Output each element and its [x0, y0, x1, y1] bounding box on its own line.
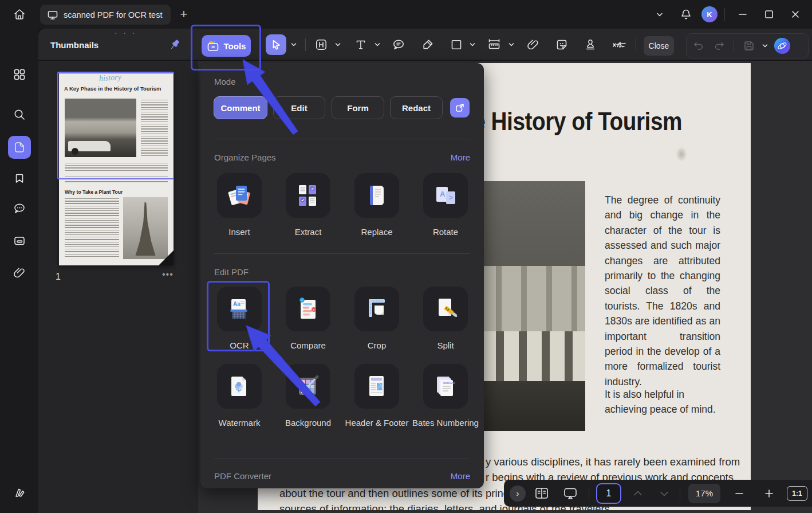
titlebar: scanned PDF for OCR test + K: [0, 0, 812, 29]
chevron-down-icon[interactable]: [334, 41, 341, 48]
paperclip-icon[interactable]: [523, 34, 543, 55]
expand-icon[interactable]: ›: [510, 485, 526, 502]
divider: [680, 487, 680, 500]
pages-icon[interactable]: [8, 229, 31, 252]
shape-square-icon[interactable]: [446, 34, 467, 55]
thumbnails-page-icon[interactable]: [8, 136, 31, 159]
status-bar: › 17% 1:1: [504, 480, 812, 507]
mode-redact-button[interactable]: Redact: [390, 96, 443, 119]
thumb-text-column: [65, 198, 119, 257]
stamp-icon[interactable]: [580, 34, 601, 55]
undo-icon[interactable]: [692, 39, 706, 53]
page-down-icon[interactable]: [658, 487, 671, 500]
divider: [214, 459, 470, 459]
tools-folder-icon: [207, 40, 220, 52]
zoom-level[interactable]: 17%: [688, 484, 720, 503]
chevron-down-icon[interactable]: [508, 41, 515, 48]
zoom-in-icon[interactable]: [763, 487, 775, 500]
signature-icon[interactable]: [608, 34, 633, 55]
redo-icon[interactable]: [712, 39, 726, 53]
select-cursor-icon[interactable]: [266, 34, 286, 55]
background-label: Background: [274, 417, 342, 428]
close-tools-button[interactable]: Close: [644, 36, 674, 56]
thumbnails-panel: history A Key Phase in the History of To…: [38, 61, 198, 513]
actual-size-button[interactable]: 1:1: [787, 486, 807, 501]
bell-icon[interactable]: [675, 4, 697, 25]
document-column-text-2: It is also helpful in achieving peace of…: [605, 387, 720, 417]
save-icon[interactable]: [742, 39, 756, 53]
panel-resize-dots[interactable]: · · ·: [108, 29, 143, 37]
minimize-button[interactable]: [732, 4, 754, 25]
add-tab-button[interactable]: +: [176, 7, 191, 22]
insert-tool[interactable]: [217, 173, 262, 218]
search-icon[interactable]: [8, 103, 31, 126]
zoom-out-icon[interactable]: [733, 487, 746, 500]
watermark-label: Watermark: [205, 417, 274, 428]
comments-icon[interactable]: [8, 197, 31, 220]
main-toolbar: · · · Thumbnails Tools: [38, 29, 812, 60]
ocr-label: OCR: [205, 340, 274, 351]
chevron-down-icon[interactable]: [649, 4, 671, 25]
split-tool[interactable]: [423, 287, 468, 331]
bookmark-icon[interactable]: [8, 167, 31, 190]
extract-tool[interactable]: [286, 173, 330, 218]
maximize-button[interactable]: [758, 4, 780, 25]
two-page-view-icon[interactable]: [534, 486, 550, 501]
presentation-icon[interactable]: [562, 486, 578, 501]
sticker-icon[interactable]: [551, 34, 572, 55]
comment-bubble-icon[interactable]: [388, 34, 409, 55]
divider: [214, 253, 470, 254]
background-tool[interactable]: [286, 364, 330, 409]
page-up-icon[interactable]: [632, 487, 644, 500]
svg-text:+: +: [301, 298, 303, 302]
rotate-tool[interactable]: A>: [423, 173, 468, 218]
crop-tool[interactable]: [354, 287, 399, 331]
chevron-down-icon[interactable]: [762, 42, 768, 49]
thumb-title: A Key Phase in the History of Tourism: [64, 85, 161, 92]
titlebar-right: K: [649, 0, 812, 29]
ocr-tool[interactable]: Aa: [217, 287, 262, 331]
open-in-new-window-icon[interactable]: [450, 98, 470, 118]
divider: [734, 40, 734, 52]
attachment-icon[interactable]: [8, 261, 31, 284]
compare-tool[interactable]: +x: [286, 287, 330, 331]
organize-section-label: Organize Pages: [214, 152, 276, 162]
reading-mode-icon[interactable]: [8, 481, 31, 504]
home-button[interactable]: [9, 6, 30, 23]
mode-form-button[interactable]: Form: [332, 96, 384, 119]
measure-ruler-icon[interactable]: [484, 34, 504, 55]
avatar[interactable]: K: [701, 6, 718, 22]
mode-comment-button[interactable]: Comment: [214, 96, 267, 119]
tools-button[interactable]: Tools: [202, 35, 251, 57]
svg-text:A: A: [440, 190, 446, 198]
chevron-down-icon[interactable]: [374, 41, 381, 48]
replace-label: Replace: [342, 226, 411, 237]
text-icon[interactable]: [350, 34, 371, 55]
left-rail: [0, 29, 38, 513]
converter-section-label: PDF Converter: [214, 471, 271, 481]
highlight-area-icon[interactable]: [311, 34, 332, 55]
header-footer-tool[interactable]: [354, 364, 399, 409]
chevron-down-icon[interactable]: [290, 41, 297, 48]
chevron-down-icon[interactable]: [469, 41, 476, 48]
scan-smudge: [676, 147, 687, 162]
bates-numbering-tool[interactable]: 000123: [423, 364, 468, 409]
close-window-button[interactable]: [785, 4, 806, 25]
replace-tool[interactable]: [354, 173, 399, 218]
page-thumbnail[interactable]: history A Key Phase in the History of To…: [59, 73, 174, 265]
pin-icon[interactable]: [165, 36, 184, 54]
apps-grid-icon[interactable]: [8, 63, 31, 86]
converter-more-link[interactable]: More: [451, 471, 470, 481]
tab-title: scanned PDF for OCR test: [64, 10, 162, 19]
mode-edit-button[interactable]: Edit: [273, 96, 325, 119]
pen-icon[interactable]: [417, 34, 438, 55]
page-number-input[interactable]: [596, 483, 621, 504]
thumbnail-overflow-menu[interactable]: •••: [162, 269, 174, 280]
organize-more-link[interactable]: More: [451, 152, 470, 162]
extract-label: Extract: [274, 226, 342, 237]
thumb-paragraph: [65, 163, 168, 173]
document-tab[interactable]: scanned PDF for OCR test: [40, 5, 171, 25]
ai-assistant-icon[interactable]: [774, 38, 790, 54]
watermark-tool[interactable]: [217, 364, 262, 409]
insert-label: Insert: [205, 226, 274, 237]
